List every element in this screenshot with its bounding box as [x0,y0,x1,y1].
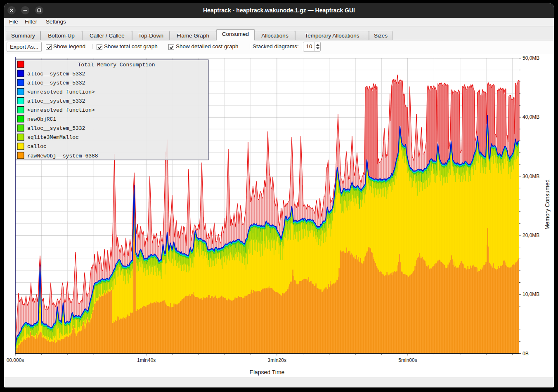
svg-text:10,0MB: 10,0MB [523,291,539,297]
svg-text:5min00s: 5min00s [398,357,417,363]
svg-text:00.000s: 00.000s [7,357,24,363]
svg-text:0B: 0B [523,351,529,357]
svg-text:alloc__system_5332: alloc__system_5332 [27,71,85,77]
svg-text:<unresolved function>: <unresolved function> [27,107,95,113]
svg-text:alloc__system_5332: alloc__system_5332 [27,80,85,86]
svg-text:alloc__system_5332: alloc__system_5332 [27,98,85,104]
svg-text:Memory Consumed: Memory Consumed [544,179,551,230]
svg-text:Total Memory Consumption: Total Memory Consumption [78,62,155,68]
svg-text:30,0MB: 30,0MB [523,174,539,179]
svg-text:rawNewObj__system_6388: rawNewObj__system_6388 [27,153,98,159]
svg-text:sqlite3MemMalloc: sqlite3MemMalloc [27,134,79,141]
svg-text:Elapsed Time: Elapsed Time [250,369,285,376]
svg-text:<unresolved function>: <unresolved function> [27,89,95,95]
svg-text:1min40s: 1min40s [137,357,156,363]
svg-text:50,0MB: 50,0MB [523,55,539,61]
svg-text:40,0MB: 40,0MB [523,114,539,120]
svg-text:3min20s: 3min20s [268,357,286,363]
svg-text:20,0MB: 20,0MB [523,232,539,238]
svg-text:alloc__system_5332: alloc__system_5332 [27,125,85,131]
svg-text:newObjRC1: newObjRC1 [27,116,56,122]
svg-text:calloc: calloc [27,143,47,150]
